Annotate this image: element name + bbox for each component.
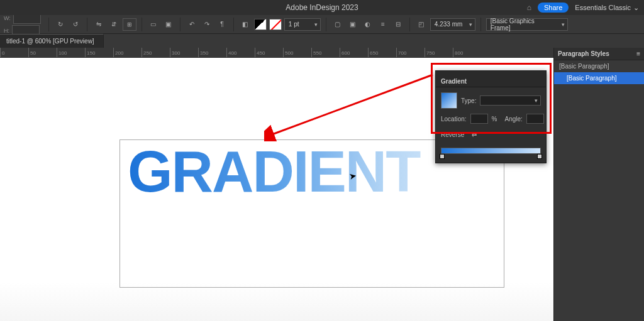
wrap-shape-icon[interactable]: ◐	[362, 19, 374, 30]
separator	[87, 18, 87, 31]
gradient-panel-dragbar[interactable]	[436, 71, 546, 76]
gradient-ramp-bar[interactable]	[441, 148, 541, 154]
paragraph-styles-header[interactable]: Paragraph Styles ≡	[554, 48, 644, 60]
paragraph-styles-panel: Paragraph Styles ≡ [Basic Paragraph] [Ba…	[553, 48, 644, 321]
separator	[326, 18, 326, 31]
reference-point[interactable]: ⊞	[123, 18, 136, 31]
rotate-cw-icon[interactable]: ↻	[54, 19, 67, 30]
gradient-reverse-label: Reverse	[441, 131, 464, 138]
flip-h-icon[interactable]: ⇋	[92, 19, 105, 30]
gradient-location-unit: %	[492, 116, 497, 122]
gradient-stop-start[interactable]	[440, 154, 445, 159]
object-style-value: [Basic Graphics Frame]	[491, 18, 556, 31]
workspace-switcher[interactable]: Essentials Classic ⌄	[575, 4, 639, 12]
paragraph-style-none-label: [Basic Paragraph]	[559, 63, 609, 70]
content-icon[interactable]: ▣	[162, 19, 175, 30]
dimensions-group: W: H:	[4, 13, 41, 36]
gradient-ramp[interactable]	[441, 145, 541, 158]
share-button[interactable]: Share	[538, 3, 569, 13]
fill-proxy-icon[interactable]: ◧	[239, 19, 252, 30]
fill-swatch[interactable]	[254, 19, 267, 30]
wrap-bbox-icon[interactable]: ▣	[347, 19, 359, 30]
container-icon[interactable]: ▭	[147, 19, 160, 30]
document-tab-label: titled-1 @ 600% [GPU Preview]	[6, 38, 94, 45]
undo-icon[interactable]: ↶	[186, 19, 198, 30]
ruler-mark: 800	[453, 48, 481, 57]
title-bar: Adobe InDesign 2023 ⌂ Share Essentials C…	[0, 0, 644, 15]
stroke-weight-value: 1 pt	[289, 21, 299, 28]
gradient-type-label: Type:	[461, 97, 476, 104]
tips-icon[interactable]: ⌂	[527, 3, 531, 12]
ruler-mark: 550	[311, 48, 340, 57]
ruler-mark: 200	[113, 48, 142, 57]
ruler-mark: 450	[255, 48, 283, 57]
paragraph-style-item[interactable]: [Basic Paragraph]	[554, 60, 644, 72]
gradient-panel-body: Type: Location: % Angle: Reverse ⇄	[436, 87, 546, 163]
separator	[180, 18, 180, 31]
height-label: H:	[4, 28, 9, 34]
ruler-mark: 100	[57, 48, 85, 57]
app-title: Adobe InDesign 2023	[286, 3, 358, 12]
ruler-mark: 350	[198, 48, 226, 57]
separator	[480, 18, 481, 31]
stroke-swatch[interactable]	[269, 19, 282, 30]
paragraph-style-item-selected[interactable]: [Basic Paragraph]	[554, 72, 644, 84]
object-style-dropdown[interactable]: [Basic Graphics Frame]	[486, 18, 568, 31]
wrap-jump-icon[interactable]: ≡	[377, 19, 389, 30]
paragraph-icon[interactable]: ¶	[216, 19, 228, 30]
flip-v-icon[interactable]: ⇵	[108, 19, 120, 30]
ruler-mark: 500	[283, 48, 311, 57]
gradient-stop-end[interactable]	[537, 154, 542, 159]
chevron-down-icon: ⌄	[633, 4, 639, 12]
separator	[142, 18, 142, 31]
gradient-reverse-icon[interactable]: ⇄	[468, 129, 480, 140]
workarea: 0501001502002503003504004505005506006507…	[0, 48, 644, 321]
corner-size-value: 4.233 mm	[435, 21, 462, 28]
ruler-mark: 700	[396, 48, 425, 57]
corner-size-dropdown[interactable]: 4.233 mm	[430, 18, 475, 31]
ruler-mark: 250	[142, 48, 170, 57]
panel-menu-icon[interactable]: ≡	[636, 50, 640, 57]
ruler-mark: 600	[340, 48, 368, 57]
separator	[233, 18, 234, 31]
document-tab-bar: titled-1 @ 600% [GPU Preview]	[0, 34, 644, 48]
gradient-panel[interactable]: Gradient Type: Location: % Angle: Revers…	[435, 70, 547, 163]
stroke-weight-dropdown[interactable]: 1 pt	[284, 18, 321, 31]
ruler-mark: 50	[28, 48, 57, 57]
gradient-angle-input[interactable]	[526, 114, 544, 124]
document-tab[interactable]: titled-1 @ 600% [GPU Preview]	[0, 34, 104, 48]
workspace-label: Essentials Classic	[575, 4, 631, 11]
gradient-angle-label: Angle:	[505, 116, 523, 122]
rotate-ccw-icon[interactable]: ↺	[69, 19, 82, 30]
ruler-mark: 300	[170, 48, 198, 57]
separator	[409, 18, 410, 31]
ruler-mark: 400	[226, 48, 255, 57]
gradient-panel-title: Gradient	[436, 76, 546, 87]
gradient-location-input[interactable]	[470, 114, 488, 124]
gradient-preview-swatch[interactable]	[441, 92, 457, 109]
paragraph-style-selected-label: [Basic Paragraph]	[567, 75, 617, 82]
control-bar: W: H: ↻ ↺ ⇋ ⇵ ⊞ ▭ ▣ ↶ ↷ ¶ ◧ 1 pt ▢ ▣ ◐ ≡…	[0, 15, 644, 34]
gradient-type-dropdown[interactable]	[480, 95, 541, 106]
ruler-mark: 150	[85, 48, 113, 57]
wrap-none-icon[interactable]: ▢	[331, 19, 344, 30]
corner-options-icon[interactable]: ◰	[415, 19, 428, 30]
gradient-location-label: Location:	[441, 116, 467, 122]
separator	[48, 18, 49, 31]
width-label: W:	[4, 15, 11, 21]
paragraph-styles-title: Paragraph Styles	[558, 50, 609, 57]
horizontal-ruler: 0501001502002503003504004505005506006507…	[0, 48, 553, 58]
ruler-mark: 750	[425, 48, 453, 57]
redo-icon[interactable]: ↷	[201, 19, 213, 30]
ruler-mark: 650	[368, 48, 396, 57]
wrap-column-icon[interactable]: ⊟	[392, 19, 404, 30]
ruler-mark: 0	[0, 48, 28, 57]
